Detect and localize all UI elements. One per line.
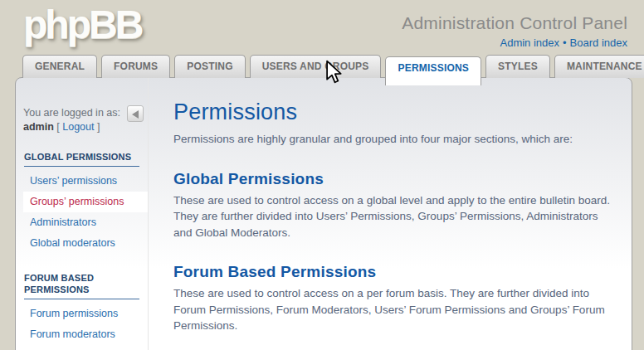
tab-forums[interactable]: FORUMS <box>101 55 170 78</box>
text-forum-based-permissions: These are used to control access on a pe… <box>173 285 613 334</box>
sidebar-item-administrators[interactable]: Administrators <box>23 212 148 233</box>
link-separator: • <box>563 36 567 49</box>
tab-permissions[interactable]: PERMISSIONS <box>385 56 481 85</box>
phpbb-logo: phpBB <box>23 2 141 47</box>
mouse-cursor <box>324 60 343 85</box>
content-panel: You are logged in as: admin [ Logout ] G… <box>15 77 632 350</box>
header-right: Administration Control Panel Admin index… <box>402 13 627 49</box>
sidebar: You are logged in as: admin [ Logout ] G… <box>16 78 149 350</box>
sidebar-item-users-permissions[interactable]: Users’ permissions <box>23 171 148 192</box>
sidebar-section-forum-based-permissions: FORUM BASED PERMISSIONS <box>24 272 139 299</box>
tab-users-and-groups[interactable]: USERS AND GROUPS <box>250 55 382 78</box>
logout-close-bracket: ] <box>97 121 100 133</box>
board-index-link[interactable]: Board index <box>570 36 627 49</box>
logged-in-user-line: admin [ Logout ] <box>23 121 148 133</box>
admin-index-link[interactable]: Admin index <box>500 36 560 49</box>
tab-general[interactable]: GENERAL <box>22 55 97 78</box>
logout-link[interactable]: Logout <box>62 121 94 133</box>
forum-based-permissions-list: Forum permissions Forum moderators Users… <box>23 304 148 350</box>
sidebar-item-forum-moderators[interactable]: Forum moderators <box>23 324 148 345</box>
tab-maintenance[interactable]: MAINTENANCE <box>554 55 644 78</box>
sidebar-item-forum-permissions[interactable]: Forum permissions <box>23 304 148 324</box>
sidebar-item-users-forum-permissions[interactable]: Users’ forum permissions <box>23 345 148 350</box>
content-intro: Permissions are highly granular and grou… <box>173 131 613 148</box>
heading-forum-based-permissions: Forum Based Permissions <box>173 263 613 281</box>
left-triangle-icon <box>132 110 139 119</box>
logout-open-bracket: [ <box>56 121 59 133</box>
tab-posting[interactable]: POSTING <box>174 55 245 78</box>
text-global-permissions: These are used to control access on a gl… <box>173 192 613 241</box>
username: admin <box>23 121 54 133</box>
header-links: Admin index•Board index <box>402 36 627 49</box>
sidebar-section-global-permissions: GLOBAL PERMISSIONS <box>24 151 139 167</box>
main-content: Permissions Permissions are highly granu… <box>159 78 632 350</box>
global-permissions-list: Users’ permissions Groups’ permissions A… <box>23 171 148 254</box>
sidebar-collapse-button[interactable] <box>127 105 144 122</box>
sidebar-item-groups-permissions[interactable]: Groups’ permissions <box>23 192 148 212</box>
content-title: Permissions <box>173 100 613 125</box>
sidebar-item-global-moderators[interactable]: Global moderators <box>23 233 148 254</box>
heading-global-permissions: Global Permissions <box>173 170 613 188</box>
page-title: Administration Control Panel <box>402 13 627 33</box>
tab-styles[interactable]: STYLES <box>485 55 550 78</box>
